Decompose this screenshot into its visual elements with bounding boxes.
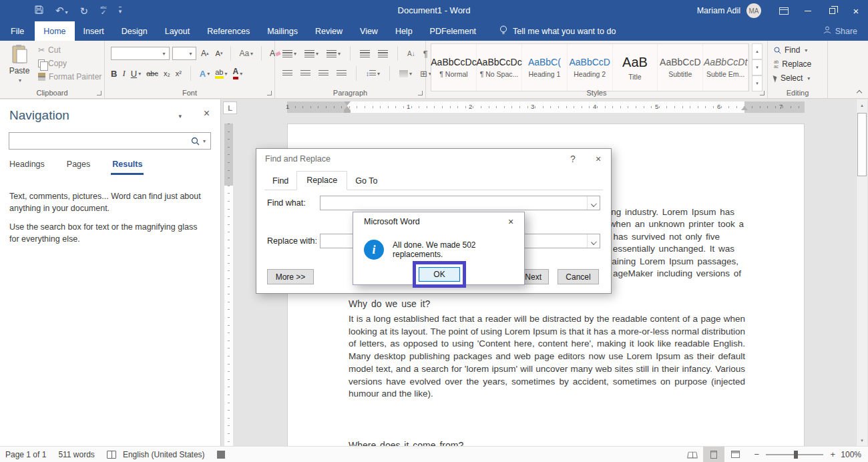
font-color-button[interactable]: A▾ (233, 67, 243, 79)
share-button[interactable]: Share (823, 21, 857, 41)
multilevel-list-button[interactable]: ▾ (324, 49, 343, 59)
subscript-button[interactable]: x₂ (164, 69, 170, 77)
tab-insert[interactable]: Insert (75, 21, 113, 41)
alert-title-bar[interactable]: Microsoft Word × (353, 212, 524, 231)
close-button[interactable]: × (844, 0, 868, 21)
justify-button[interactable] (335, 69, 349, 79)
dialog-tab-replace[interactable]: Replace (296, 171, 347, 190)
spelling-grammar-icon[interactable]: abc✓ (100, 5, 107, 16)
minimize-button[interactable] (796, 0, 820, 21)
underline-button[interactable]: U▾ (131, 69, 141, 79)
avatar[interactable]: MA (746, 3, 761, 18)
scroll-up-button[interactable]: ▴ (857, 99, 867, 111)
styles-scroll-down-button[interactable]: ▾ (752, 59, 763, 75)
nav-tab-results[interactable]: Results (112, 160, 142, 175)
shrink-font-button[interactable]: A▾ (214, 48, 225, 59)
customize-qat-button[interactable]: ▾ (119, 7, 122, 15)
navigation-close-button[interactable]: × (204, 107, 210, 120)
dialog-help-button[interactable]: ? (560, 149, 586, 169)
ok-button[interactable]: OK (419, 267, 460, 282)
macro-recording-icon[interactable] (217, 451, 225, 459)
collapse-ribbon-button[interactable] (857, 89, 862, 94)
scroll-down-button[interactable]: ▾ (857, 435, 867, 446)
web-layout-button[interactable] (724, 447, 746, 462)
style-no-spacing[interactable]: AaBbCcDc¶ No Spac... (477, 44, 522, 91)
shading-button[interactable]: ▾ (397, 69, 414, 79)
page-count[interactable]: Page 1 of 1 (5, 450, 46, 459)
text-effects-button[interactable]: A▾ (200, 69, 210, 79)
dialog-close-button[interactable]: × (586, 149, 611, 169)
right-indent-marker[interactable] (741, 106, 748, 110)
vertical-ruler[interactable] (224, 124, 233, 446)
proofing-icon[interactable] (107, 451, 116, 459)
find-button[interactable]: Find▾ (774, 45, 811, 55)
format-painter-button[interactable]: Format Painter (38, 72, 101, 81)
navigation-options-button[interactable]: ▾ (178, 113, 182, 120)
superscript-button[interactable]: x² (176, 69, 182, 77)
align-left-button[interactable] (280, 69, 294, 79)
increase-indent-button[interactable] (376, 49, 390, 59)
font-dialog-launcher[interactable] (267, 91, 272, 95)
style-normal[interactable]: AaBbCcDc¶ Normal (431, 44, 477, 91)
dialog-tab-find[interactable]: Find (264, 174, 296, 190)
decrease-indent-button[interactable] (358, 49, 372, 59)
tab-stop-selector[interactable]: L (223, 101, 237, 114)
copy-button[interactable]: Copy (38, 59, 101, 68)
restore-button[interactable] (820, 0, 844, 21)
font-name-combobox[interactable]: ▾ (111, 47, 170, 60)
left-indent-marker[interactable] (344, 110, 351, 113)
navigation-search-input[interactable] (9, 133, 191, 149)
redo-button[interactable]: ↻ (80, 6, 89, 16)
tab-references[interactable]: References (198, 21, 258, 41)
print-layout-button[interactable] (703, 447, 724, 462)
zoom-in-button[interactable]: + (829, 449, 837, 459)
word-count[interactable]: 511 words (58, 450, 94, 459)
clipboard-dialog-launcher[interactable] (97, 91, 101, 95)
first-line-indent-marker[interactable] (344, 101, 351, 105)
change-case-button[interactable]: Aa▾ (237, 47, 255, 59)
nav-tab-headings[interactable]: Headings (9, 160, 45, 175)
italic-button[interactable]: I (122, 68, 125, 79)
numbering-button[interactable]: ▾ (302, 49, 320, 59)
styles-dialog-launcher[interactable] (760, 91, 765, 95)
user-name[interactable]: Mariam Adil (697, 6, 740, 15)
combobox-dropdown-button[interactable] (587, 234, 600, 248)
dialog-tab-goto[interactable]: Go To (347, 174, 385, 190)
bullets-button[interactable]: ▾ (280, 49, 298, 59)
scrollbar-thumb[interactable] (857, 113, 867, 176)
cut-button[interactable]: ✂Cut (38, 45, 101, 55)
tab-review[interactable]: Review (306, 21, 351, 41)
read-mode-button[interactable] (682, 447, 703, 462)
alert-close-button[interactable]: × (497, 212, 524, 231)
cancel-button[interactable]: Cancel (558, 269, 599, 284)
tab-file[interactable]: File (0, 21, 35, 41)
tab-home[interactable]: Home (35, 21, 74, 41)
tell-me-box[interactable]: Tell me what you want to do (499, 21, 616, 41)
tab-mailings[interactable]: Mailings (258, 21, 306, 41)
search-magnifier-button[interactable]: ▾ (191, 137, 210, 146)
strikethrough-button[interactable]: abc (146, 69, 158, 77)
undo-button[interactable]: ↶▾ (55, 5, 68, 17)
select-button[interactable]: Select▾ (774, 73, 811, 83)
tab-layout[interactable]: Layout (156, 21, 199, 41)
find-what-combobox[interactable] (320, 196, 600, 210)
zoom-slider[interactable] (766, 454, 823, 455)
tab-view[interactable]: View (351, 21, 387, 41)
save-icon[interactable] (35, 5, 43, 17)
style-heading-2[interactable]: AaBbCcDHeading 2 (568, 44, 613, 91)
bold-button[interactable]: B (111, 69, 117, 79)
style-title[interactable]: AaBTitle (613, 44, 658, 91)
line-spacing-button[interactable]: ↕▾ (364, 69, 382, 79)
style-heading-1[interactable]: AaBbC(Heading 1 (522, 44, 568, 91)
align-center-button[interactable] (298, 69, 312, 79)
align-right-button[interactable] (316, 69, 331, 79)
tab-help[interactable]: Help (387, 21, 421, 41)
style-subtitle[interactable]: AaBbCcDSubtitle (658, 44, 703, 91)
more-button[interactable]: More >> (267, 269, 314, 284)
sort-button[interactable]: A↓ (405, 49, 417, 59)
grow-font-button[interactable]: A▴ (199, 47, 211, 59)
styles-scroll-up-button[interactable]: ▴ (752, 43, 763, 59)
replace-button[interactable]: abac Replace (774, 59, 811, 69)
ribbon-display-options-button[interactable] (772, 0, 796, 21)
tab-pdfelement[interactable]: PDFelement (421, 21, 485, 41)
